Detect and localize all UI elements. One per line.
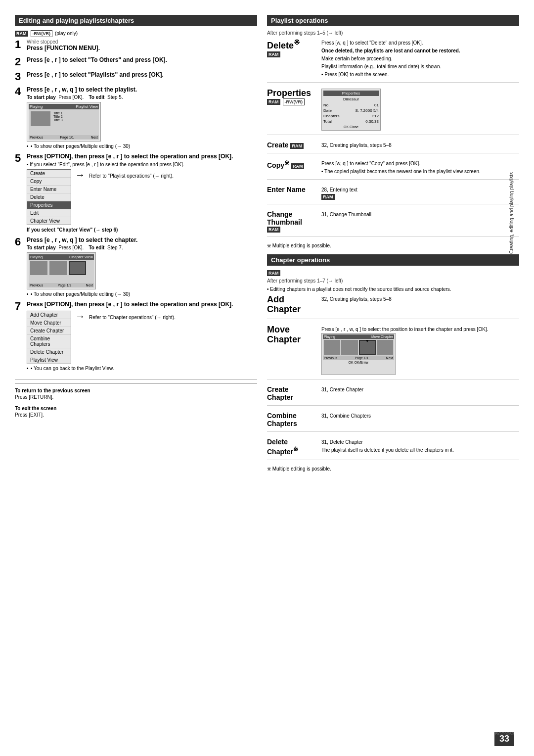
step-4-screen-inner: PlayingPlaylist View Title 1Title 2Title…: [27, 102, 100, 141]
op-add-chapter-row: AddChapter 32, Creating playlists, steps…: [267, 295, 519, 315]
playlist-after-steps: After performing steps 1–5 (→ left): [267, 30, 519, 36]
op-delete-chapter-ref: 31, Delete Chapter: [321, 439, 519, 446]
menu-item-delete-chapter: Delete Chapter: [27, 348, 71, 356]
op-enter-name-ref: 28, Entering text: [321, 187, 519, 193]
step-6-text: Press [e , r , w, q ] to select the chap…: [27, 236, 257, 244]
op-enter-name-row: Enter Name 28, Entering text RAM: [267, 186, 519, 200]
step-2-text: Press [e , r ] to select "To Others" and…: [27, 56, 257, 64]
op-delete-row: Delete※ RAM Press [w, q ] to select "Del…: [267, 39, 519, 78]
menu-item-create: Create: [27, 170, 71, 178]
op-delete-left: Delete※ RAM: [267, 39, 316, 57]
op-change-thumbnail-badge: RAM: [267, 227, 280, 233]
op-create-chapter-ref: 31, Create Chapter: [321, 386, 519, 393]
op-delete-right: Press [w, q ] to select "Delete" and pre…: [321, 39, 519, 78]
op-create-chapter-title: CreateChapter: [267, 385, 316, 401]
op-delete-desc3: Make certain before proceeding.: [321, 55, 519, 62]
op-copy-left: Copy※ RAM: [267, 159, 316, 169]
op-add-chapter-ref: 32, Creating playlists, steps 5–8: [321, 296, 519, 303]
op-create-chapter-right: 31, Create Chapter: [321, 385, 519, 393]
op-move-chapter-row: MoveChapter Press [e , r , w, q ] to sel…: [267, 325, 519, 375]
op-enter-name: Enter Name 28, Entering text RAM: [267, 186, 519, 204]
page: Editing and playing playlists/chapters R…: [0, 0, 534, 756]
op-properties-row: Properties RAM -RW(VR) Properties Dinosa…: [267, 89, 519, 131]
op-add-chapter-right: 32, Creating playlists, steps 5–8: [321, 295, 519, 303]
menu-item-enter-name: Enter Name: [27, 186, 71, 193]
prop-no-label: No.: [323, 103, 329, 107]
return-section: To return to the previous screen Press […: [15, 379, 257, 418]
op-properties: Properties RAM -RW(VR) Properties Dinosa…: [267, 89, 519, 135]
op-delete-badge: RAM: [267, 51, 280, 57]
step-4: 4 Press [e , r , w, q ] to select the pl…: [15, 86, 257, 149]
op-move-chapter-left: MoveChapter: [267, 325, 316, 345]
step-6-screen-inner: PlayingChapter View PreviousPage 1/2Next: [27, 253, 95, 289]
exit-text: Press [EXIT].: [15, 412, 257, 418]
rwvr-note: (play only): [55, 31, 78, 36]
op-create-chapter-row: CreateChapter 31, Create Chapter: [267, 385, 519, 401]
exit-label: To exit the screen: [15, 406, 257, 411]
step-6-content: Press [e , r , w, q ] to select the chap…: [27, 236, 257, 297]
step-5-refer: Refer to "Playlist operations" (→ right)…: [89, 173, 174, 179]
step-6-edit-label: To edit Step 7.: [89, 245, 123, 250]
step-7-arrow: →: [75, 311, 85, 322]
prop-row-total: Total 0:30:33: [323, 119, 379, 124]
op-combine-chapters-row: CombineChapters 31, Combine Chapters: [267, 412, 519, 427]
step-7-content: Press [OPTION], then press [e , r ] to s…: [27, 301, 257, 371]
move-chapter-screen: PlayingMove Chapter ▼: [321, 333, 396, 375]
playlist-ops-header: Playlist operations: [267, 15, 519, 26]
menu-item-delete: Delete: [27, 193, 71, 201]
left-column: Editing and playing playlists/chapters R…: [15, 15, 257, 472]
prop-date-label: Date: [323, 108, 332, 113]
op-enter-name-left: Enter Name: [267, 186, 316, 193]
step-1-label: While stopped: [27, 39, 257, 45]
step-4-play-label: To start play Press [OK].: [27, 94, 84, 100]
step-1-text: Press [FUNCTION MENU].: [27, 45, 257, 52]
step-4-screen-body: Title 1Title 2Title 3: [29, 109, 99, 135]
step-7: 7 Press [OPTION], then press [e , r ] to…: [15, 301, 257, 371]
step-6-num: 6: [15, 236, 24, 247]
op-delete-chapter-right: 31, Delete Chapter The playlist itself i…: [321, 438, 519, 454]
you-can-go-back: • You can go back to the Playlist View.: [27, 366, 257, 371]
op-delete: Delete※ RAM Press [w, q ] to select "Del…: [267, 39, 519, 83]
menu-item-properties: Properties: [27, 201, 71, 209]
step-4-content: Press [e , r , w, q ] to select the play…: [27, 86, 257, 149]
step-5-row: Create Copy Enter Name Delete Properties…: [27, 169, 257, 225]
return-text: Press [RETURN].: [15, 394, 257, 400]
step-5-menu: Create Copy Enter Name Delete Properties…: [27, 169, 71, 225]
menu-item-chapter-view: Chapter View: [27, 217, 71, 225]
op-add-chapter: AddChapter 32, Creating playlists, steps…: [267, 295, 519, 319]
op-properties-badge-rwvr: -RW(VR): [283, 98, 305, 105]
step-6-show-pages: • To show other pages/Multiple editing (…: [27, 291, 257, 297]
step-1-num: 1: [15, 39, 24, 50]
step-6: 6 Press [e , r , w, q ] to select the ch…: [15, 236, 257, 297]
op-properties-right: Properties Dinosaur No. 01 Date S. 7.200…: [321, 89, 519, 131]
chapter-note: • Editing chapters in a playlist does no…: [267, 286, 519, 292]
step-7-refer-text: Refer to "Chapter operations" (→ right).: [89, 315, 176, 320]
op-move-chapter-desc: Press [e , r , w, q ] to select the posi…: [321, 326, 519, 333]
step-2: 2 Press [e , r ] to select "To Others" a…: [15, 56, 257, 67]
chapter-after-steps: After performing steps 1–7 (→ left): [267, 278, 519, 284]
op-create-chapter: CreateChapter 31, Create Chapter: [267, 385, 519, 406]
op-properties-badge-ram: RAM: [267, 99, 280, 105]
step-5-num: 5: [15, 153, 24, 164]
prop-row-date: Date S. 7.2000 5/4: [323, 108, 379, 113]
menu-item-edit: Edit: [27, 209, 71, 217]
playlist-multiple-note: ※ Multiple editing is possible.: [267, 243, 519, 248]
rwvr-badge: -RW(VR): [31, 30, 52, 37]
op-combine-chapters: CombineChapters 31, Combine Chapters: [267, 412, 519, 432]
step-7-text: Press [OPTION], then press [e , r ] to s…: [27, 301, 257, 309]
prop-total-label: Total: [323, 119, 332, 124]
step-5-arrow: →: [75, 169, 85, 181]
step-7-row: Add Chapter Move Chapter Create Chapter …: [27, 311, 257, 364]
op-create-left: Create RAM: [267, 141, 316, 149]
op-delete-chapter-row: DeleteChapter※ 31, Delete Chapter The pl…: [267, 438, 519, 456]
right-column: Playlist operations After performing ste…: [267, 15, 519, 472]
op-change-thumbnail-ref: 31, Change Thumbnail: [321, 211, 519, 218]
op-add-chapter-left: AddChapter: [267, 295, 316, 315]
properties-name: Dinosaur: [323, 97, 379, 101]
step-5-content: Press [OPTION], then press [e , r ] to s…: [27, 153, 257, 233]
prop-date-val: S. 7.2000 5/4: [355, 108, 379, 113]
op-delete-chapter-left: DeleteChapter※: [267, 438, 316, 456]
step-7-refer: Refer to "Chapter operations" (→ right).: [89, 315, 176, 320]
op-copy-row: Copy※ RAM Press [w, q ] to select "Copy"…: [267, 159, 519, 175]
step-5-note: • If you select "Edit", press [e , r ] t…: [27, 162, 257, 167]
